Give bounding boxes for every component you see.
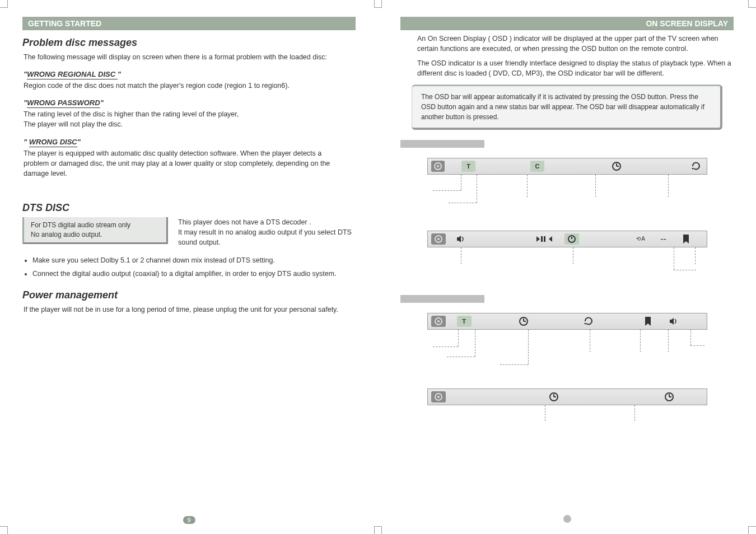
page-number: 9 bbox=[183, 516, 195, 524]
repeat-icon bbox=[689, 161, 703, 172]
heading-dts: DTS DISC bbox=[22, 202, 356, 214]
msg1-body: Region code of the disc does not match t… bbox=[24, 81, 356, 91]
svg-point-6 bbox=[437, 238, 440, 240]
page-dot bbox=[563, 515, 571, 523]
msg3-body: The player is equipped with automatic di… bbox=[24, 148, 337, 179]
clock-icon bbox=[516, 316, 531, 327]
left-page: GETTING STARTED Problem disc messages Th… bbox=[0, 0, 378, 534]
svg-rect-8 bbox=[544, 236, 545, 242]
bullet-2: Connect the digital audio output (coaxia… bbox=[32, 269, 356, 279]
sound-icon bbox=[666, 316, 681, 327]
dts-box-l2: No analog audio output. bbox=[31, 230, 160, 240]
dts-side-l2: It may result in no analog audio output … bbox=[178, 227, 356, 247]
svg-point-17 bbox=[437, 396, 440, 398]
disc-icon bbox=[431, 316, 446, 327]
section-heading-right: ON SCREEN DISPLAY bbox=[400, 17, 734, 30]
dts-box-l1: For DTS digital audio stream only bbox=[31, 221, 160, 230]
play-pause-icon bbox=[534, 233, 557, 245]
disc-icon bbox=[431, 233, 446, 245]
dts-row: For DTS digital audio stream only No ana… bbox=[22, 217, 356, 247]
clock-icon bbox=[547, 391, 561, 402]
disc-icon bbox=[431, 161, 445, 172]
dts-side-text: This player does not have a DTS decoder … bbox=[178, 217, 356, 247]
section-heading-left: GETTING STARTED bbox=[22, 17, 356, 30]
svg-point-12 bbox=[437, 320, 440, 322]
osd-para1: An On Screen Display ( OSD ) indicator w… bbox=[417, 34, 731, 54]
clock-icon bbox=[662, 391, 676, 402]
title-icon: T bbox=[461, 161, 475, 172]
osd-bar-3: T bbox=[427, 313, 707, 372]
clock-icon bbox=[610, 161, 624, 172]
sound-icon bbox=[454, 233, 468, 245]
dts-info-box: For DTS digital audio stream only No ana… bbox=[22, 217, 168, 245]
msg3-title: " WRONG DISC" bbox=[24, 138, 356, 146]
right-page: ON SCREEN DISPLAY An On Screen Display (… bbox=[378, 0, 756, 534]
osd-note-box: The OSD bar will appear automatically if… bbox=[412, 85, 722, 130]
marker-icon bbox=[679, 233, 693, 245]
heading-problem-disc: Problem disc messages bbox=[22, 37, 356, 49]
osd-bar-4 bbox=[427, 388, 707, 428]
msg2-body-l2: The player will not play the disc. bbox=[24, 119, 356, 129]
disc-icon bbox=[431, 391, 446, 402]
msg1-title: "WRONG REGIONAL DISC " bbox=[24, 70, 356, 78]
repeat-icon bbox=[581, 316, 596, 327]
msg2-title: "WRONG PASSWORD" bbox=[24, 99, 356, 107]
power-body: If the player will not be in use for a l… bbox=[24, 305, 356, 315]
dts-bullets: Make sure you select Dolby 5.1 or 2 chan… bbox=[26, 255, 356, 279]
bullet-1: Make sure you select Dolby 5.1 or 2 chan… bbox=[32, 255, 356, 265]
heading-power: Power management bbox=[22, 289, 356, 301]
intro-text: The following message will display on sc… bbox=[24, 52, 356, 62]
marker-icon bbox=[641, 316, 655, 327]
dts-side-l1: This player does not have a DTS decoder … bbox=[178, 217, 356, 227]
gray-strip-1 bbox=[400, 140, 484, 148]
ab-icon: ⟲A bbox=[634, 233, 648, 245]
svg-point-1 bbox=[437, 165, 439, 167]
title-icon: T bbox=[457, 316, 472, 327]
dash-icon: -- bbox=[656, 233, 671, 245]
osd-para2: The OSD indicator is a user friendly int… bbox=[417, 58, 731, 78]
msg2-body-l1: The rating level of the disc is higher t… bbox=[24, 109, 356, 119]
svg-rect-7 bbox=[541, 236, 543, 242]
osd-bar-1: T C bbox=[427, 158, 707, 214]
osd-bar-2: ⟲A -- bbox=[427, 231, 707, 278]
clock-icon bbox=[564, 233, 579, 245]
chapter-icon: C bbox=[530, 161, 544, 172]
gray-strip-2 bbox=[400, 295, 484, 303]
